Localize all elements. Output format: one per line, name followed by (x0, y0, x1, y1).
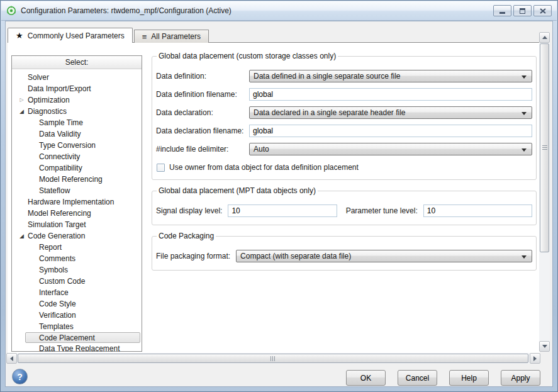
tree-item-label: Stateflow (39, 186, 70, 195)
group-code-packaging: Code Packaging File packaging format: Co… (152, 232, 537, 271)
tree-item-sample-time[interactable]: Sample Time (12, 117, 142, 128)
scroll-down-button[interactable] (539, 341, 550, 352)
data-definition-filename-input[interactable] (249, 88, 532, 101)
data-definition-select[interactable]: Data defined in a single separate source… (249, 70, 532, 82)
tree-item-label: Diagnostics (28, 107, 67, 116)
tree-item-report[interactable]: Report (12, 242, 142, 253)
vertical-scrollbar-thumb[interactable] (540, 43, 549, 252)
tree-item-interface[interactable]: Interface (12, 287, 142, 298)
tree-item-label: Hardware Implementation (28, 198, 114, 206)
tree-item-type-conversion[interactable]: Type Conversion (12, 140, 142, 151)
use-owner-checkbox-label: Use owner from data object for data defi… (169, 163, 359, 172)
help-button[interactable]: Help (449, 370, 489, 386)
ok-button[interactable]: OK (346, 370, 386, 386)
tree-item-code-placement[interactable]: Code Placement (25, 332, 140, 343)
scroll-right-button[interactable] (530, 353, 540, 364)
use-owner-checkbox[interactable] (157, 164, 165, 172)
tree-item-data-validity[interactable]: Data Validity (12, 128, 142, 140)
tree-item-code-generation[interactable]: ◢Code Generation (12, 230, 142, 242)
tree-item-data-import-export[interactable]: Data Import/Export (12, 83, 142, 94)
tree-item-connectivity[interactable]: Connectivity (12, 151, 142, 162)
tree-item-data-type-replacement[interactable]: Data Type Replacement (12, 343, 142, 352)
tab-commonly-used-parameters[interactable]: ★ Commonly Used Parameters (8, 28, 133, 43)
code-placement-pane: Global data placement (custom storage cl… (152, 52, 537, 277)
dialog-client-area: ★ Commonly Used Parameters ≡ All Paramet… (5, 21, 553, 387)
tab-all-parameters[interactable]: ≡ All Parameters (134, 30, 209, 43)
horizontal-scrollbar-thumb[interactable] (18, 354, 528, 363)
tree-collapse-icon[interactable]: ◢ (18, 106, 26, 117)
tree-item-verification[interactable]: Verification (12, 310, 142, 321)
minimize-button[interactable] (493, 5, 511, 16)
tree-item-label: Code Placement (39, 333, 95, 342)
data-declaration-select[interactable]: Data declared in a single separate heade… (249, 106, 532, 119)
tree-item-model-referencing[interactable]: Model Referencing (12, 174, 142, 185)
tree-item-label: Model Referencing (39, 175, 103, 184)
scroll-left-button[interactable] (6, 353, 17, 364)
tree-expand-icon[interactable]: ▷ (18, 94, 26, 106)
tree-item-label: Solver (28, 73, 49, 82)
tab-content: Select: SolverData Import/Export▷Optimiz… (8, 42, 540, 353)
tree-collapse-icon[interactable]: ◢ (18, 230, 26, 242)
chevron-down-icon (522, 76, 527, 79)
tab-label: All Parameters (151, 32, 201, 41)
horizontal-scrollbar[interactable] (6, 353, 540, 364)
cancel-button[interactable]: Cancel (398, 370, 437, 386)
parameter-tree: Select: SolverData Import/Export▷Optimiz… (11, 55, 142, 352)
thumb-grip (542, 147, 547, 148)
file-packaging-format-label: File packaging format: (156, 252, 230, 260)
selected-option: Data defined in a single separate source… (254, 72, 400, 81)
include-file-delimiter-label: #include file delimiter: (156, 145, 249, 154)
close-button[interactable] (533, 5, 552, 16)
scroll-up-button[interactable] (539, 32, 550, 43)
tree-item-label: Report (39, 243, 62, 252)
context-help-button[interactable]: ? (12, 369, 28, 384)
tree-item-label: Interface (39, 288, 69, 297)
tree-item-label: Custom Code (39, 277, 85, 286)
chevron-down-icon (522, 112, 527, 115)
data-declaration-filename-input[interactable] (249, 125, 532, 137)
tree-item-code-style[interactable]: Code Style (12, 298, 142, 310)
arrow-left-icon (10, 356, 13, 361)
arrow-down-icon (542, 345, 547, 348)
group-global-data-placement-mpt: Global data placement (MPT data objects … (152, 186, 537, 225)
data-definition-filename-label: Data definition filename: (156, 90, 249, 99)
tab-label: Commonly Used Parameters (28, 31, 125, 40)
tree-item-label: Optimization (28, 96, 70, 104)
tree-item-simulation-target[interactable]: Simulation Target (12, 219, 142, 230)
tree-item-label: Type Conversion (39, 141, 96, 150)
include-file-delimiter-select[interactable]: Auto (249, 143, 532, 155)
tree-item-hardware-implementation[interactable]: Hardware Implementation (12, 196, 142, 208)
tree-item-templates[interactable]: Templates (12, 321, 142, 332)
tree-item-comments[interactable]: Comments (12, 253, 142, 264)
signal-display-level-input[interactable] (228, 204, 337, 217)
tree-item-solver[interactable]: Solver (12, 72, 142, 83)
tree-header: Select: (12, 56, 142, 69)
tree-item-custom-code[interactable]: Custom Code (12, 276, 142, 287)
tree-item-label: Code Generation (28, 232, 85, 240)
file-packaging-format-select[interactable]: Compact (with separate data file) (236, 250, 532, 262)
maximize-icon (520, 8, 525, 14)
tree-item-model-referencing[interactable]: Model Referencing (12, 208, 142, 219)
group-title: Code Packaging (157, 232, 216, 240)
data-declaration-filename-label: Data declaration filename: (156, 126, 249, 135)
tree-item-label: Compatibility (39, 164, 82, 172)
tree-item-compatibility[interactable]: Compatibility (12, 162, 142, 174)
vertical-scrollbar[interactable] (539, 32, 550, 352)
parameter-tune-level-input[interactable] (423, 204, 532, 217)
tree-item-label: Verification (39, 311, 76, 320)
tree-item-label: Data Validity (39, 130, 81, 138)
tree-item-label: Sample Time (39, 118, 83, 127)
titlebar: Configuration Parameters: rtwdemo_mpf/Co… (1, 1, 557, 21)
tree-item-symbols[interactable]: Symbols (12, 264, 142, 276)
tree-item-label: Simulation Target (28, 220, 86, 229)
arrow-up-icon (542, 36, 547, 39)
apply-button[interactable]: Apply (501, 370, 540, 386)
tree-item-stateflow[interactable]: Stateflow (12, 185, 142, 196)
maximize-button[interactable] (513, 5, 532, 16)
window-title: Configuration Parameters: rtwdemo_mpf/Co… (21, 6, 232, 15)
data-declaration-label: Data declaration: (156, 108, 249, 117)
tree-item-diagnostics[interactable]: ◢Diagnostics (12, 106, 142, 117)
minimize-icon (499, 12, 505, 14)
tree-item-label: Comments (39, 254, 75, 263)
tree-item-optimization[interactable]: ▷Optimization (12, 94, 142, 106)
